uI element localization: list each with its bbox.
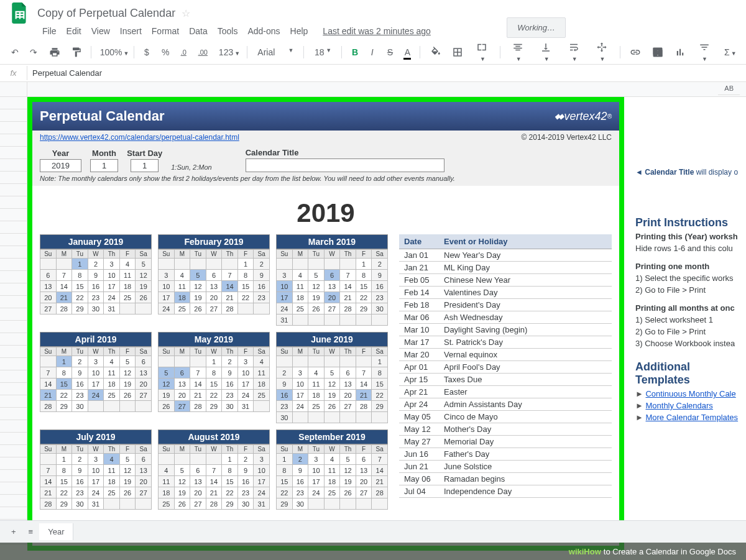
event-row[interactable]: Jan 21ML King Day <box>399 262 612 274</box>
working-badge: Working… <box>507 17 566 38</box>
link-continuous-monthly[interactable]: Continuous Monthly Cale <box>645 389 735 398</box>
italic-button[interactable]: I <box>366 45 379 60</box>
all-sheets-icon[interactable]: ≡ <box>22 523 40 540</box>
last-edit-link[interactable]: Last edit was 2 minutes ago <box>318 24 436 39</box>
sheet-tab-year[interactable]: Year <box>39 523 73 540</box>
month-input[interactable]: 1 <box>90 159 118 172</box>
calendar-note: Note: The monthly calendars only show th… <box>32 173 619 186</box>
event-row[interactable]: Mar 06Ash Wednesday <box>399 311 612 324</box>
increase-decimal-icon[interactable]: .00 <box>195 46 210 58</box>
bold-button[interactable]: B <box>348 45 361 60</box>
event-row[interactable]: May 05Cinco de Mayo <box>399 411 612 423</box>
events-date-header: Date <box>399 234 439 249</box>
month-calendar: September 2019SuMTuWThFSa123456789101112… <box>276 429 388 510</box>
fx-icon[interactable]: fx <box>0 66 27 80</box>
menu-help[interactable]: Help <box>285 24 313 39</box>
event-row[interactable]: May 06Ramadan begins <box>399 473 612 485</box>
more-formats-select[interactable]: 123▼ <box>215 45 241 60</box>
select-all-corner[interactable] <box>0 82 27 97</box>
template-url-link[interactable]: https://www.vertex42.com/calendars/perpe… <box>40 133 239 142</box>
format-percent-icon[interactable]: % <box>158 45 172 60</box>
startday-label: Start Day <box>127 149 162 158</box>
insert-comment-icon[interactable] <box>648 44 666 60</box>
format-currency-icon[interactable]: $ <box>140 45 153 60</box>
paint-format-icon[interactable] <box>67 44 85 60</box>
event-row[interactable]: Mar 20Vernal equinox <box>399 349 612 361</box>
event-row[interactable]: Feb 05Chinese New Year <box>399 274 612 287</box>
month-calendar: April 2019SuMTuWThFSa1234567891011121314… <box>40 332 152 423</box>
functions-icon[interactable]: Σ▼ <box>721 45 739 60</box>
print-icon[interactable] <box>45 44 63 60</box>
row-headers[interactable] <box>0 97 27 544</box>
document-title[interactable]: Copy of Perpetual Calendar <box>37 7 175 20</box>
highlighted-cells-frame: Perpetual Calendar vertex42® https://www… <box>27 97 624 551</box>
horizontal-align-button[interactable]: ▼ <box>507 39 530 65</box>
text-wrap-button[interactable]: ▼ <box>563 39 586 65</box>
menu-view[interactable]: View <box>86 24 115 39</box>
startday-hint: 1:Sun, 2:Mon <box>171 163 211 172</box>
month-calendar: May 2019SuMTuWThFSa123456789101112131415… <box>158 332 270 423</box>
menu-data[interactable]: Data <box>184 24 213 39</box>
event-row[interactable]: Mar 10Daylight Saving (begin) <box>399 324 612 336</box>
filter-icon[interactable]: ▼ <box>693 39 716 65</box>
print-year-subheading: Printing this (Year) worksh <box>635 232 746 241</box>
text-rotation-button[interactable]: ▼ <box>591 39 614 65</box>
event-row[interactable]: Jun 21June Solstice <box>399 461 612 473</box>
event-row[interactable]: May 12Mother's Day <box>399 423 612 436</box>
link-monthly-calendars[interactable]: Monthly Calendars <box>645 401 712 410</box>
formula-input[interactable]: Perpetual Calendar <box>27 66 746 80</box>
add-sheet-icon[interactable]: + <box>5 523 22 540</box>
formula-bar: fx Perpetual Calendar <box>0 65 746 82</box>
months-grid: January 2019SuMTuWThFSa12345678910111213… <box>40 234 388 510</box>
merge-cells-button[interactable]: ▼ <box>471 39 494 65</box>
menu-file[interactable]: File <box>37 24 62 39</box>
menu-insert[interactable]: Insert <box>115 24 147 39</box>
event-row[interactable]: Apr 21Easter <box>399 386 612 398</box>
event-row[interactable]: Jan 01New Year's Day <box>399 249 612 262</box>
event-row[interactable]: Feb 18President's Day <box>399 299 612 311</box>
calendar-title-hint: ◄ Calendar Title will display o <box>635 168 746 177</box>
strikethrough-button[interactable]: S <box>384 45 396 60</box>
text-color-button[interactable]: A <box>401 45 413 60</box>
fill-color-button[interactable] <box>426 44 444 60</box>
menu-tools[interactable]: Tools <box>213 24 243 39</box>
copyright-text: © 2014-2019 Vertex42 LLC <box>521 133 612 142</box>
month-calendar: February 2019SuMTuWThFSa1234567891011121… <box>158 234 270 326</box>
event-row[interactable]: May 27Memorial Day <box>399 436 612 448</box>
column-headers[interactable] <box>27 82 746 97</box>
event-row[interactable]: Apr 01April Fool's Day <box>399 361 612 374</box>
toolbar: ↶ ↷ 100%▼ $ % .0 .00 123▼ Arial▼ 18▼ B I… <box>0 40 746 65</box>
year-input[interactable]: 2019 <box>40 159 81 172</box>
event-row[interactable]: Mar 17St. Patrick's Day <box>399 336 612 349</box>
redo-icon[interactable]: ↷ <box>26 45 40 60</box>
calendar-title: Perpetual Calendar <box>40 108 165 124</box>
decrease-decimal-icon[interactable]: .0 <box>177 46 190 58</box>
event-row[interactable]: Jul 04Independence Day <box>399 485 612 498</box>
print-all-step2: 2) Go to File > Print <box>635 327 746 336</box>
insert-chart-icon[interactable] <box>671 44 688 60</box>
calendar-title-input[interactable] <box>246 158 444 172</box>
font-select[interactable]: Arial▼ <box>254 45 297 60</box>
insert-link-icon[interactable] <box>626 44 643 60</box>
event-row[interactable]: Apr 24Admin Assistants Day <box>399 398 612 411</box>
link-more-templates[interactable]: More Calendar Templates <box>645 413 738 422</box>
month-calendar: March 2019SuMTuWThFSa1234567891011121314… <box>276 234 388 326</box>
font-size-select[interactable]: 18▼ <box>310 45 335 60</box>
menu-format[interactable]: Format <box>147 24 184 39</box>
borders-button[interactable] <box>448 44 466 60</box>
menu-addons[interactable]: Add-ons <box>242 24 285 39</box>
vertical-align-button[interactable]: ▼ <box>535 39 558 65</box>
startday-input[interactable]: 1 <box>131 159 159 172</box>
sheets-logo-icon[interactable] <box>7 1 32 25</box>
month-calendar: July 2019SuMTuWThFSa12345678910111213141… <box>40 429 152 510</box>
print-all-subheading: Printing all months at onc <box>635 303 746 313</box>
zoom-select[interactable]: 100%▼ <box>98 46 127 58</box>
undo-icon[interactable]: ↶ <box>7 45 21 60</box>
column-header-ab[interactable]: AB <box>718 82 740 95</box>
event-row[interactable]: Apr 15Taxes Due <box>399 374 612 386</box>
event-row[interactable]: Jun 16Father's Day <box>399 448 612 461</box>
event-row[interactable]: Feb 14Valentines Day <box>399 287 612 299</box>
instructions-panel: ◄ Calendar Title will display o Print In… <box>630 97 746 425</box>
menu-edit[interactable]: Edit <box>62 24 86 39</box>
star-icon[interactable]: ☆ <box>182 7 190 19</box>
